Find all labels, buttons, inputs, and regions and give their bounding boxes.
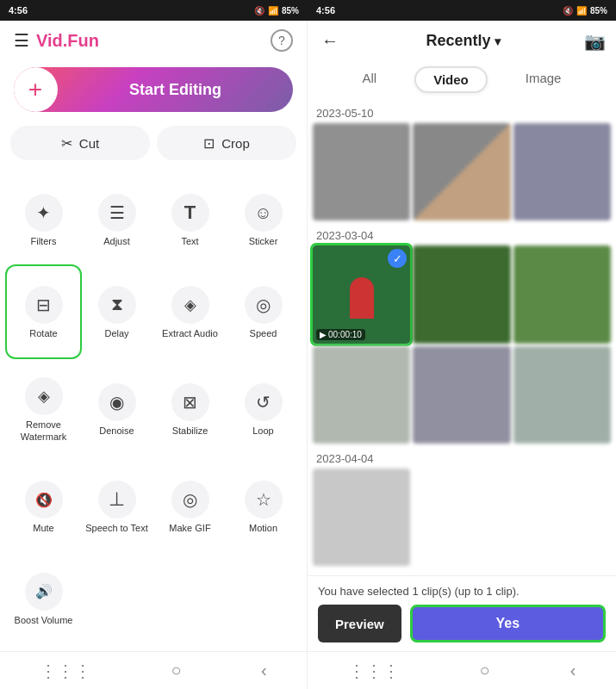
tool-filters[interactable]: ✦ Filters xyxy=(7,174,80,266)
preview-button[interactable]: Preview xyxy=(318,605,401,642)
text-label: Text xyxy=(181,236,198,247)
nav-apps-icon-right[interactable]: ⋮⋮⋮ xyxy=(341,654,407,688)
adjust-label: Adjust xyxy=(103,236,130,247)
yes-button[interactable]: Yes xyxy=(410,605,606,642)
date-label-3: 2023-04-04 xyxy=(313,447,611,469)
speed-icon: ◎ xyxy=(245,286,283,324)
tool-text[interactable]: T Text xyxy=(153,174,227,266)
start-editing-button[interactable]: + Start Editing xyxy=(14,67,293,112)
recently-label[interactable]: Recently ▾ xyxy=(347,32,579,50)
tab-image[interactable]: Image xyxy=(508,66,579,93)
camera-icon[interactable]: 📷 xyxy=(584,31,606,52)
nav-back-icon-right[interactable]: ‹ xyxy=(563,654,583,687)
tool-delay[interactable]: ⧗ Delay xyxy=(80,266,153,358)
tool-motion[interactable]: ☆ Motion xyxy=(227,461,300,553)
crop-icon: ⊡ xyxy=(203,135,215,152)
stabilize-icon: ⊠ xyxy=(171,383,209,421)
nav-back-icon[interactable]: ‹ xyxy=(254,654,274,687)
media-grid-3 xyxy=(313,469,611,566)
extract-audio-icon: ◈ xyxy=(171,286,209,324)
help-icon[interactable]: ? xyxy=(271,29,293,52)
tools-grid: ✦ Filters ☰ Adjust T Text ☺ Sticker ⊟ Ro… xyxy=(0,167,307,651)
nav-home-icon[interactable]: ○ xyxy=(165,654,189,687)
boost-volume-icon: 🔊 xyxy=(25,573,63,611)
hamburger-icon[interactable]: ☰ xyxy=(14,30,29,51)
media-thumb-8[interactable] xyxy=(413,346,510,444)
date-label-1: 2023-05-10 xyxy=(313,102,611,123)
media-grid-2: ✓ ▶ 00:00:10 xyxy=(313,245,611,444)
media-section: 2023-05-10 2023-03-04 ✓ xyxy=(308,102,616,575)
filter-tabs: All Video Image xyxy=(308,61,616,102)
scissors-icon: ✂ xyxy=(61,135,72,152)
delay-icon: ⧗ xyxy=(98,286,136,324)
tool-loop[interactable]: ↺ Loop xyxy=(227,357,300,461)
selection-bar: You have selected 1 clip(s) (up to 1 cli… xyxy=(308,575,616,651)
right-status-icons: 🔇📶85% xyxy=(563,6,607,16)
tool-denoise[interactable]: ◉ Denoise xyxy=(80,357,153,461)
speed-label: Speed xyxy=(250,328,277,339)
left-status-icons: 🔇📶85% xyxy=(254,6,299,16)
extract-audio-label: Extract Audio xyxy=(162,328,218,339)
crop-label: Crop xyxy=(221,136,250,151)
stabilize-label: Stabilize xyxy=(172,425,208,437)
video-duration: ▶ 00:00:10 xyxy=(316,329,365,340)
nav-apps-icon[interactable]: ⋮⋮⋮ xyxy=(33,654,98,688)
date-label-2: 2023-03-04 xyxy=(313,224,611,245)
remove-watermark-icon: ◈ xyxy=(25,377,63,415)
filters-icon: ✦ xyxy=(25,194,63,232)
person-silhouette xyxy=(350,277,374,319)
media-grid-1 xyxy=(313,123,611,220)
media-thumb-7[interactable] xyxy=(313,346,410,444)
rotate-icon: ⊟ xyxy=(25,286,63,324)
tool-extract-audio[interactable]: ◈ Extract Audio xyxy=(153,266,227,358)
nav-home-icon-right[interactable]: ○ xyxy=(473,654,497,687)
media-thumb-10[interactable] xyxy=(313,469,410,566)
media-thumb-2[interactable] xyxy=(413,123,510,220)
tool-mute[interactable]: 🔇 Mute xyxy=(7,461,80,553)
sticker-label: Sticker xyxy=(249,236,278,247)
tab-video[interactable]: Video xyxy=(414,66,488,93)
media-thumb-4[interactable]: ✓ ▶ 00:00:10 xyxy=(313,245,410,343)
media-thumb-9[interactable] xyxy=(513,346,611,444)
tool-boost-volume[interactable]: 🔊 Boost Volume xyxy=(7,552,80,644)
tool-rotate[interactable]: ⊟ Rotate xyxy=(7,266,80,358)
right-panel: 4:56 🔇📶85% ← Recently ▾ 📷 All Video Imag… xyxy=(308,0,616,689)
text-icon: T xyxy=(171,194,209,232)
rotate-label: Rotate xyxy=(29,328,57,339)
right-status-time: 4:56 xyxy=(316,5,335,16)
remove-watermark-label: Remove Watermark xyxy=(10,419,77,442)
tool-sticker[interactable]: ☺ Sticker xyxy=(227,174,300,266)
mute-label: Mute xyxy=(33,523,53,534)
left-bottom-nav: ⋮⋮⋮ ○ ‹ xyxy=(0,651,307,689)
tool-remove-watermark[interactable]: ◈ Remove Watermark xyxy=(7,357,80,461)
cut-button[interactable]: ✂ Cut xyxy=(10,126,150,160)
tool-make-gif[interactable]: ◎ Make GIF xyxy=(153,461,227,553)
tool-speed[interactable]: ◎ Speed xyxy=(227,266,300,358)
left-status-time: 4:56 xyxy=(9,5,28,16)
left-header: ☰ Vid.Fun ? xyxy=(0,21,307,60)
denoise-icon: ◉ xyxy=(98,383,136,421)
media-thumb-3[interactable] xyxy=(513,123,611,220)
delay-label: Delay xyxy=(104,328,128,339)
adjust-icon: ☰ xyxy=(98,194,136,232)
back-button[interactable]: ← xyxy=(318,28,342,54)
filters-label: Filters xyxy=(31,236,57,247)
mute-icon: 🔇 xyxy=(25,481,63,518)
cut-label: Cut xyxy=(79,136,99,151)
tab-all[interactable]: All xyxy=(345,66,395,93)
sticker-icon: ☺ xyxy=(245,194,283,232)
tool-stabilize[interactable]: ⊠ Stabilize xyxy=(153,357,227,461)
media-thumb-1[interactable] xyxy=(313,123,410,220)
quick-tools-row: ✂ Cut ⊡ Crop xyxy=(10,126,296,160)
tool-adjust[interactable]: ☰ Adjust xyxy=(80,174,153,266)
make-gif-label: Make GIF xyxy=(169,523,210,534)
media-thumb-6[interactable] xyxy=(513,245,611,343)
tool-speech-to-text[interactable]: ⊥ Speech to Text xyxy=(80,461,153,553)
crop-button[interactable]: ⊡ Crop xyxy=(157,126,296,160)
speech-to-text-label: Speech to Text xyxy=(85,523,148,534)
motion-icon: ☆ xyxy=(245,481,283,518)
selection-actions: Preview Yes xyxy=(318,605,606,642)
chevron-down-icon: ▾ xyxy=(495,34,501,48)
media-thumb-5[interactable] xyxy=(413,245,510,343)
start-editing-label: Start Editing xyxy=(58,81,293,99)
